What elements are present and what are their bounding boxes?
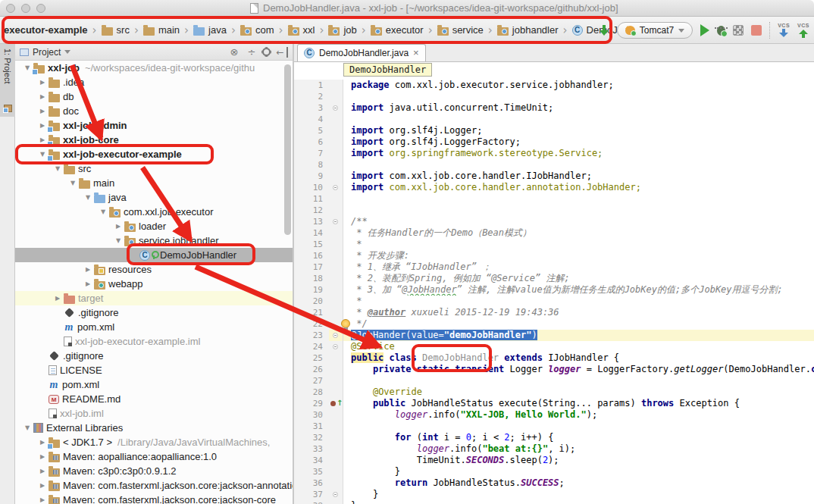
tree-item[interactable]: pom.xml — [15, 377, 293, 392]
code-line[interactable]: 30 logger.info("XXL-JOB, Hello World."); — [294, 409, 814, 421]
code-text[interactable]: * — [343, 239, 814, 250]
code-line[interactable]: 22 */ — [294, 318, 814, 330]
collapse-toggle-icon[interactable]: ▼ — [52, 165, 64, 172]
expand-toggle-icon[interactable]: ▶ — [82, 266, 94, 273]
code-text[interactable]: } — [343, 466, 814, 477]
tree-item[interactable]: ▼com.xxl.job.executor — [15, 205, 293, 219]
tree-item[interactable]: ▶.idea — [15, 75, 293, 89]
fold-marker-icon[interactable] — [333, 333, 338, 338]
code-line[interactable]: 29 public JobHandleStatus execute(String… — [294, 398, 814, 409]
tree-item[interactable]: ▶Maven: com.fasterxml.jackson.core:jacks… — [15, 493, 293, 504]
code-line[interactable]: 6import org.slf4j.LoggerFactory; — [294, 136, 814, 148]
code-text[interactable]: * 3、加 “@JobHander” 注解, 注解value值为新增任务生成的J… — [343, 284, 814, 296]
stop-button[interactable] — [751, 25, 762, 36]
code-line[interactable]: 12 — [294, 205, 814, 216]
code-line[interactable]: 5import org.slf4j.Logger; — [294, 125, 814, 136]
project-panel-title[interactable]: Project — [33, 47, 61, 58]
vcs-commit-button[interactable]: VCS — [797, 23, 809, 38]
code-text[interactable]: package com.xxl.job.executor.service.job… — [343, 80, 814, 91]
breadcrumb-item[interactable]: service — [435, 23, 486, 37]
code-text[interactable]: return JobHandleStatus.SUCCESS; — [343, 477, 814, 489]
tree-item[interactable]: ▶doc — [15, 104, 293, 118]
tree-item[interactable]: ▶webapp — [15, 277, 293, 291]
code-line[interactable]: 34 TimeUnit.SECONDS.sleep(2); — [294, 455, 814, 466]
code-text[interactable]: logger.info("beat at:{}", i); — [343, 443, 814, 455]
close-window-button[interactable] — [6, 4, 15, 13]
code-line[interactable]: 3import java.util.concurrent.TimeUnit; — [294, 102, 814, 114]
expand-toggle-icon[interactable]: ▶ — [112, 223, 124, 230]
intention-bulb-icon[interactable] — [341, 319, 350, 328]
code-line[interactable]: 32 for (int i = 0; i < 2; i++) { — [294, 432, 814, 443]
breadcrumb-item[interactable]: executor-example — [2, 23, 90, 37]
code-text[interactable]: /** — [343, 216, 814, 227]
breadcrumb-item[interactable]: xxl — [286, 23, 318, 37]
expand-toggle-icon[interactable]: ▶ — [36, 453, 49, 460]
fold-marker-icon[interactable] — [333, 492, 338, 497]
tree-item[interactable]: .gitignore — [15, 349, 293, 363]
code-text[interactable]: import org.springframework.stereotype.Se… — [343, 148, 814, 159]
tree-item[interactable]: ▶target — [15, 291, 293, 305]
expand-toggle-icon[interactable]: ▶ — [36, 468, 49, 474]
code-text[interactable]: public JobHandleStatus execute(String...… — [343, 398, 814, 409]
code-line[interactable]: 14 * 任务Handler的一个Demo（Bean模式） — [294, 227, 814, 239]
tree-item[interactable]: LICENSE — [15, 363, 293, 377]
code-text[interactable]: * 开发步骤: — [343, 250, 814, 261]
collapse-toggle-icon[interactable]: ▼ — [21, 424, 33, 431]
code-line[interactable]: 36 return JobHandleStatus.SUCCESS; — [294, 477, 814, 489]
collapse-all-icon[interactable]: ÷ — [245, 46, 258, 58]
tree-item[interactable]: ▶Maven: com.fasterxml.jackson.core:jacks… — [15, 478, 293, 493]
breadcrumb-item[interactable]: executor — [368, 23, 426, 37]
code-line[interactable]: 8 — [294, 159, 814, 171]
expand-toggle-icon[interactable]: ▶ — [82, 280, 94, 287]
code-line[interactable]: 18 * 2、装配到Spring, 例如加 “@Service” 注解; — [294, 273, 814, 284]
code-text[interactable]: logger.info("XXL-JOB, Hello World."); — [343, 409, 814, 421]
tree-item[interactable]: ▶db — [15, 89, 293, 104]
tree-item[interactable]: ▶Maven: c3p0:c3p0:0.9.1.2 — [15, 464, 293, 478]
code-text[interactable]: } — [343, 489, 814, 500]
code-editor[interactable]: 1package com.xxl.job.executor.service.jo… — [294, 62, 814, 504]
tree-item[interactable]: ▼service.jobhandler — [15, 233, 293, 248]
fold-marker-icon[interactable] — [333, 344, 338, 349]
code-text[interactable]: @Service — [343, 341, 814, 352]
tree-item[interactable]: ▶resources — [15, 262, 293, 277]
navigate-down-icon[interactable] — [600, 25, 609, 36]
code-line[interactable]: 9import com.xxl.job.core.handler.IJobHan… — [294, 171, 814, 182]
code-line[interactable]: 11 — [294, 193, 814, 205]
tree-item[interactable]: ▶loader — [15, 219, 293, 233]
collapse-toggle-icon[interactable]: ▼ — [112, 237, 124, 244]
code-line[interactable]: 17 * 1、继承 “IJobHandler” ； — [294, 261, 814, 273]
code-line[interactable]: 2 — [294, 91, 814, 102]
editor-tab-demojobhandler[interactable]: DemoJobHandler.java × — [297, 44, 426, 61]
breadcrumb-item[interactable]: jobhandler — [495, 23, 561, 37]
code-line[interactable]: 38} — [294, 500, 814, 504]
code-text[interactable]: import com.xxl.job.core.handler.IJobHand… — [343, 171, 814, 182]
code-text[interactable] — [343, 375, 814, 387]
tree-item[interactable]: ▼java — [15, 190, 293, 205]
breadcrumb-item[interactable]: job — [326, 23, 358, 37]
code-line[interactable]: 7import org.springframework.stereotype.S… — [294, 148, 814, 159]
overriding-method-icon[interactable] — [330, 399, 342, 408]
project-tool-window-button[interactable]: 1: Project — [0, 44, 15, 117]
locate-file-icon[interactable]: ⊗ — [227, 46, 241, 58]
tree-item[interactable]: DemoJobHandler — [15, 248, 293, 262]
code-text[interactable]: * 任务Handler的一个Demo（Bean模式） — [343, 227, 814, 239]
code-text[interactable]: private static transient Logger logger =… — [343, 364, 814, 375]
code-text[interactable]: import java.util.concurrent.TimeUnit; — [343, 102, 814, 114]
debug-button[interactable] — [717, 26, 725, 36]
expand-toggle-icon[interactable]: ▶ — [36, 496, 49, 503]
tree-item[interactable]: ▼xxl-job-executor-example — [15, 147, 293, 161]
code-text[interactable]: @JobHander(value="demoJobHandler") — [343, 330, 814, 341]
run-button[interactable] — [700, 24, 709, 36]
code-line[interactable]: 35 } — [294, 466, 814, 477]
code-text[interactable] — [343, 159, 814, 171]
close-tab-icon[interactable]: × — [413, 49, 419, 57]
code-line[interactable]: 28 @Override — [294, 387, 814, 398]
breadcrumb-item[interactable]: src — [99, 23, 132, 37]
code-text[interactable]: public class DemoJobHandler extends IJob… — [343, 352, 814, 364]
breadcrumb-item[interactable]: com — [238, 23, 277, 37]
expand-toggle-icon[interactable]: ▶ — [36, 108, 49, 114]
code-text[interactable] — [343, 193, 814, 205]
tree-item[interactable]: ▶xxl-job-admin — [15, 118, 293, 133]
vcs-update-button[interactable]: VCS — [778, 23, 790, 38]
fold-marker-icon[interactable] — [333, 105, 338, 111]
